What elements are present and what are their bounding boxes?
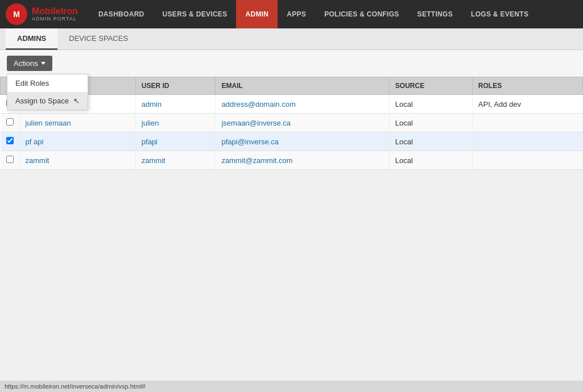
- row-email: address@domain.com: [216, 95, 389, 114]
- caret-icon: [41, 62, 46, 65]
- row-roles: [472, 114, 582, 132]
- brand-name: MobileIron: [32, 6, 78, 16]
- nav-logs-events[interactable]: LOGS & EVENTS: [462, 0, 537, 28]
- header-email: EMAIL: [216, 77, 389, 95]
- nav-users-devices[interactable]: USERS & DEVICES: [154, 0, 237, 28]
- row-email: pfapi@inverse.ca: [216, 132, 389, 151]
- cursor-icon: ↖: [73, 97, 80, 105]
- zammit-email-link[interactable]: zammit@zammit.com: [221, 156, 292, 165]
- row-email: jsemaan@inverse.ca: [216, 114, 389, 132]
- table-row: zammit zammit zammit@zammit.com Local: [1, 151, 583, 170]
- row-checkbox[interactable]: [1, 132, 20, 151]
- nav-apps[interactable]: APPS: [278, 0, 315, 28]
- julien-name-link[interactable]: julien semaan: [26, 119, 71, 127]
- row-roles: [472, 151, 582, 170]
- edit-roles-item[interactable]: Edit Roles: [7, 74, 88, 92]
- zammit-name-link[interactable]: zammit: [26, 156, 49, 165]
- pfapi-userid-link[interactable]: pfapi: [142, 137, 158, 146]
- actions-label: Actions: [14, 59, 38, 68]
- logo-icon: M: [6, 3, 27, 25]
- admin-userid-link[interactable]: admin: [142, 100, 162, 109]
- brand-sub: ADMIN PORTAL: [32, 16, 78, 22]
- header-roles: ROLES: [472, 77, 582, 95]
- sub-tabs: ADMINS DEVICE SPACES: [0, 28, 583, 50]
- actions-dropdown: Edit Roles Assign to Space ↖: [7, 74, 88, 110]
- nav-admin[interactable]: ADMIN: [236, 0, 278, 28]
- table-row: pf api pfapi pfapi@inverse.ca Local: [1, 132, 583, 151]
- row-name: julien semaan: [19, 114, 135, 132]
- row-checkbox[interactable]: [1, 114, 20, 132]
- row-source: Local: [389, 151, 472, 170]
- header-source: SOURCE: [389, 77, 472, 95]
- actions-button[interactable]: Actions: [7, 56, 52, 71]
- top-nav: M MobileIron ADMIN PORTAL DASHBOARD USER…: [0, 0, 583, 28]
- tab-admins[interactable]: ADMINS: [6, 28, 57, 50]
- nav-settings[interactable]: SETTINGS: [408, 0, 462, 28]
- header-user-id: USER ID: [135, 77, 216, 95]
- logo: M MobileIron ADMIN PORTAL: [6, 3, 78, 25]
- row-email: zammit@zammit.com: [216, 151, 389, 170]
- julien-userid-link[interactable]: julien: [142, 119, 159, 127]
- row-user-id: pfapi: [135, 132, 216, 151]
- svg-text:M: M: [13, 10, 20, 19]
- row-name: pf api: [19, 132, 135, 151]
- table-row: julien semaan julien jsemaan@inverse.ca …: [1, 114, 583, 132]
- row-roles: [472, 132, 582, 151]
- pfapi-name-link[interactable]: pf api: [26, 137, 44, 146]
- row-source: Local: [389, 132, 472, 151]
- row-checkbox[interactable]: [1, 151, 20, 170]
- pfapi-email-link[interactable]: pfapi@inverse.ca: [221, 137, 279, 146]
- assign-to-space-item[interactable]: Assign to Space ↖: [7, 92, 88, 110]
- row-source: Local: [389, 95, 472, 114]
- row-user-id: zammit: [135, 151, 216, 170]
- logo-text: MobileIron ADMIN PORTAL: [32, 6, 78, 22]
- nav-policies-configs[interactable]: POLICIES & CONFIGS: [315, 0, 408, 28]
- row-source: Local: [389, 114, 472, 132]
- tab-device-spaces[interactable]: DEVICE SPACES: [57, 28, 139, 50]
- row-user-id: julien: [135, 114, 216, 132]
- admin-email-link[interactable]: address@domain.com: [221, 100, 295, 109]
- toolbar: Actions Edit Roles Assign to Space ↖: [0, 50, 583, 77]
- julien-email-link[interactable]: jsemaan@inverse.ca: [221, 119, 291, 127]
- row-user-id: admin: [135, 95, 216, 114]
- zammit-userid-link[interactable]: zammit: [142, 156, 166, 165]
- nav-items: DASHBOARD USERS & DEVICES ADMIN APPS POL…: [89, 0, 577, 28]
- row-name: zammit: [19, 151, 135, 170]
- nav-dashboard[interactable]: DASHBOARD: [89, 0, 154, 28]
- row-roles: API, Add dev: [472, 95, 582, 114]
